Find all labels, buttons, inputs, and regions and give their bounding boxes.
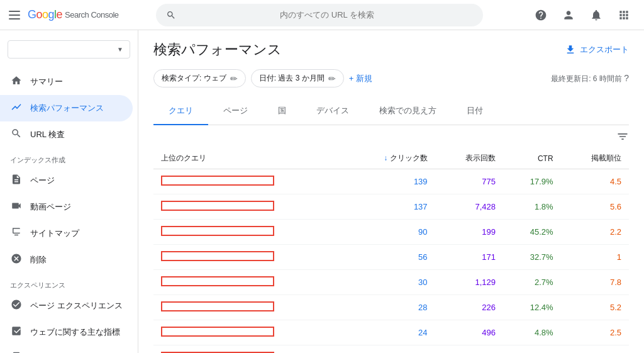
- query-redacted: [161, 176, 274, 186]
- table-row: 1377,4281.8%5.6: [153, 194, 629, 220]
- query-cell[interactable]: [153, 345, 347, 354]
- tab-date[interactable]: 日付: [452, 98, 498, 125]
- account-icon: [562, 9, 575, 21]
- position-cell: 4.3: [561, 345, 629, 354]
- sidebar-item-search-performance[interactable]: 検索パフォーマンス: [0, 95, 133, 121]
- query-redacted: [161, 301, 274, 311]
- apps-icon-btn[interactable]: [611, 3, 636, 28]
- clicks-cell: 139: [347, 169, 435, 194]
- account-icon-btn[interactable]: [556, 3, 581, 28]
- impressions-cell: 226: [435, 295, 503, 320]
- export-button[interactable]: エクスポート: [565, 44, 629, 55]
- clicks-cell: 28: [347, 295, 435, 320]
- ctr-cell: 45.2%: [503, 220, 561, 245]
- pages-icon: [10, 174, 23, 188]
- summary-icon: [10, 75, 23, 89]
- query-redacted: [161, 327, 274, 337]
- header: Google Search Console: [0, 0, 644, 30]
- query-cell[interactable]: [153, 295, 347, 320]
- search-input[interactable]: [181, 10, 473, 20]
- help-icon-btn[interactable]: [528, 3, 553, 28]
- sidebar-item-summary-label: サマリー: [30, 76, 63, 87]
- tab-query[interactable]: クエリ: [153, 98, 208, 125]
- sidebar-item-sitemap-label: サイトマップ: [30, 228, 79, 239]
- impressions-cell: 171: [435, 245, 503, 270]
- search-type-edit-icon: ✏: [230, 74, 238, 84]
- sidebar-item-summary[interactable]: サマリー: [0, 69, 133, 95]
- tab-country[interactable]: 国: [263, 98, 301, 125]
- query-redacted: [161, 276, 274, 286]
- sidebar-item-sitemap[interactable]: サイトマップ: [0, 220, 133, 247]
- impressions-cell: 7,428: [435, 194, 503, 220]
- video-pages-icon: [10, 200, 23, 214]
- google-logo: Google Search Console: [28, 8, 119, 21]
- table-row: 226573.3%4.3: [153, 345, 629, 354]
- sidebar-item-page-experience[interactable]: ページ エクスペリエンス: [0, 293, 133, 319]
- query-cell[interactable]: [153, 320, 347, 345]
- search-bar[interactable]: [156, 4, 483, 26]
- sidebar-item-web-vitals[interactable]: ウェブに関する主な指標: [0, 319, 133, 345]
- table-row: 5617132.7%1: [153, 245, 629, 270]
- sidebar-item-url-inspection[interactable]: URL 検査: [0, 121, 133, 148]
- table-row: 13977517.9%4.5: [153, 169, 629, 194]
- date-label: 日付: 過去 3 か月間: [259, 73, 325, 84]
- section-label-experience: エクスペリエンス: [0, 273, 138, 293]
- tab-device[interactable]: デバイス: [301, 98, 364, 125]
- date-filter[interactable]: 日付: 過去 3 か月間 ✏: [251, 69, 344, 87]
- property-selector[interactable]: ▼: [8, 40, 130, 59]
- search-performance-icon: [10, 101, 23, 115]
- header-left: Google Search Console: [8, 8, 146, 23]
- position-cell: 7.8: [561, 270, 629, 295]
- sidebar-item-pages-label: ページ: [30, 175, 55, 186]
- last-updated: 最終更新日: 6 時間前 ?: [551, 73, 629, 84]
- impressions-cell: 496: [435, 320, 503, 345]
- sidebar-item-video-pages[interactable]: 動画ページ: [0, 194, 133, 220]
- product-name: Search Console: [65, 10, 119, 20]
- sidebar-item-pages[interactable]: ページ: [0, 167, 133, 194]
- header-icons: [528, 3, 636, 28]
- table-row: 244964.8%2.5: [153, 320, 629, 345]
- query-cell[interactable]: [153, 194, 347, 220]
- web-vitals-icon: [10, 325, 23, 339]
- query-redacted: [161, 201, 274, 211]
- col-header-clicks[interactable]: ↓ クリック数: [347, 148, 435, 169]
- impressions-cell: 775: [435, 169, 503, 194]
- clicks-cell: 24: [347, 320, 435, 345]
- sidebar-item-mobile-usability[interactable]: モバイル ユーザビリティ: [0, 345, 133, 353]
- col-header-ctr: CTR: [503, 148, 561, 169]
- new-filter-button[interactable]: + 新規: [349, 73, 372, 84]
- sidebar-item-web-vitals-label: ウェブに関する主な指標: [30, 327, 120, 338]
- table-toolbar: [153, 125, 629, 148]
- table-row: 2822612.4%5.2: [153, 295, 629, 320]
- ctr-cell: 1.8%: [503, 194, 561, 220]
- main-header: 検索パフォーマンス エクスポート: [153, 40, 629, 59]
- table-container: 上位のクエリ ↓ クリック数 表示回数 CTR 掲載順位 13977517.9%…: [153, 125, 629, 353]
- filter-list-icon[interactable]: [616, 130, 629, 143]
- search-type-filter[interactable]: 検索タイプ: ウェブ ✏: [153, 69, 246, 87]
- position-cell: 5.2: [561, 295, 629, 320]
- sidebar-item-search-performance-label: 検索パフォーマンス: [30, 103, 104, 114]
- sidebar-item-remove[interactable]: 削除: [0, 247, 133, 273]
- tab-search-appearance[interactable]: 検索での見え方: [364, 98, 452, 125]
- menu-icon[interactable]: [8, 8, 23, 23]
- ctr-cell: 3.3%: [503, 345, 561, 354]
- last-updated-help-icon[interactable]: ?: [624, 73, 629, 83]
- sidebar-item-remove-label: 削除: [30, 254, 47, 266]
- query-cell[interactable]: [153, 270, 347, 295]
- query-cell[interactable]: [153, 220, 347, 245]
- position-cell: 2.5: [561, 320, 629, 345]
- remove-icon: [10, 253, 23, 267]
- clicks-cell: 22: [347, 345, 435, 354]
- clicks-cell: 56: [347, 245, 435, 270]
- clicks-cell: 137: [347, 194, 435, 220]
- sidebar-item-page-experience-label: ページ エクスペリエンス: [30, 300, 123, 311]
- position-cell: 4.5: [561, 169, 629, 194]
- ctr-cell: 17.9%: [503, 169, 561, 194]
- query-cell[interactable]: [153, 169, 347, 194]
- col-header-impressions: 表示回数: [435, 148, 503, 169]
- clicks-cell: 30: [347, 270, 435, 295]
- tab-page[interactable]: ページ: [208, 98, 263, 125]
- notification-icon: [590, 9, 602, 21]
- query-cell[interactable]: [153, 245, 347, 270]
- notification-icon-btn[interactable]: [584, 3, 609, 28]
